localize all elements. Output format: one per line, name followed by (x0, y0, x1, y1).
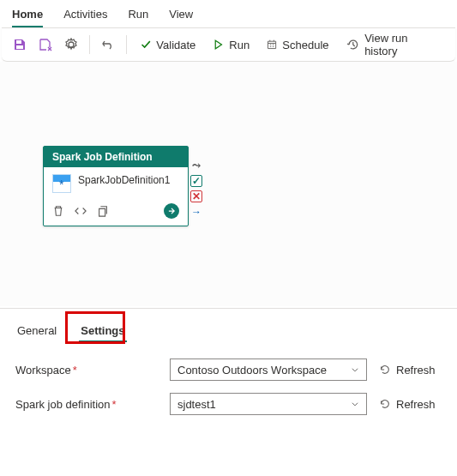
validate-label: Validate (156, 39, 195, 51)
save-as-button[interactable] (33, 32, 58, 57)
lower-tabs: General Settings (0, 309, 457, 347)
code-button[interactable] (75, 205, 87, 217)
sjd-select[interactable]: sjdtest1 (170, 393, 367, 415)
top-tab-view[interactable]: View (169, 3, 193, 27)
copy-button[interactable] (97, 205, 109, 217)
copy-icon (97, 205, 109, 217)
check-icon (141, 39, 151, 51)
delete-button[interactable] (52, 205, 64, 217)
refresh-icon (379, 398, 391, 410)
required-marker: * (112, 398, 117, 411)
workspace-select[interactable]: Contoso Outdoors Workspace (170, 359, 367, 381)
top-tabs: Home Activities Run View (0, 0, 457, 27)
trash-icon (52, 205, 64, 217)
undo-icon (101, 38, 115, 51)
save-button[interactable] (7, 32, 33, 57)
code-icon (75, 205, 87, 217)
tab-general[interactable]: General (15, 321, 58, 342)
gear-icon (64, 38, 78, 51)
toolbar: Validate Run Schedule View run history (2, 27, 455, 62)
chevron-down-icon (351, 365, 359, 374)
toolbar-divider (89, 35, 90, 54)
fail-icon: ✕ (190, 190, 202, 202)
sjd-label: Spark job definition* (15, 398, 170, 411)
activity-card[interactable]: Spark Job Definition SparkJobDefinition1 (43, 146, 189, 226)
undo-button[interactable] (95, 32, 121, 57)
completion-icon: → (190, 206, 202, 218)
workspace-value: Contoso Outdoors Workspace (177, 364, 327, 377)
refresh-label: Refresh (396, 364, 436, 377)
schedule-button[interactable]: Schedule (258, 32, 337, 57)
play-icon (213, 39, 224, 51)
top-tab-run[interactable]: Run (128, 3, 148, 27)
success-icon: ✓ (190, 175, 202, 187)
status-icons: ⤳ ✓ ✕ → (190, 160, 202, 218)
refresh-icon (379, 364, 391, 376)
run-label: Run (229, 39, 250, 51)
top-tab-activities[interactable]: Activities (63, 3, 107, 27)
schedule-label: Schedule (282, 39, 328, 51)
arrow-right-icon (167, 207, 176, 215)
save-icon (13, 38, 27, 51)
validate-button[interactable]: Validate (132, 32, 204, 57)
card-name: SparkJobDefinition1 (78, 174, 170, 188)
sjd-row: Spark job definition* sjdtest1 Refresh (15, 387, 442, 421)
tab-settings[interactable]: Settings (79, 321, 126, 342)
history-label: View run history (364, 32, 442, 57)
settings-button[interactable] (58, 32, 84, 57)
sjd-refresh-button[interactable]: Refresh (379, 398, 436, 411)
required-marker: * (73, 364, 77, 377)
toolbar-divider (126, 35, 127, 54)
history-icon (346, 38, 360, 51)
run-button[interactable]: Run (204, 32, 258, 57)
spark-icon (52, 174, 71, 193)
workspace-row: Workspace* Contoso Outdoors Workspace Re… (15, 352, 442, 387)
settings-form: Workspace* Contoso Outdoors Workspace Re… (0, 347, 457, 426)
card-body: SparkJobDefinition1 (44, 167, 188, 200)
top-tab-home[interactable]: Home (12, 3, 43, 27)
save-as-icon (39, 38, 52, 51)
execute-button[interactable] (164, 203, 179, 219)
workspace-refresh-button[interactable]: Refresh (379, 364, 436, 377)
dependency-icon: ⤳ (190, 160, 202, 172)
refresh-label: Refresh (396, 398, 436, 411)
card-actions (44, 200, 188, 226)
calendar-icon (267, 39, 277, 51)
sjd-value: sjdtest1 (177, 398, 216, 411)
canvas[interactable]: Spark Job Definition SparkJobDefinition1… (0, 62, 457, 306)
chevron-down-icon (351, 400, 359, 408)
history-button[interactable]: View run history (338, 32, 450, 57)
workspace-label: Workspace* (15, 364, 170, 377)
card-title: Spark Job Definition (44, 147, 188, 167)
